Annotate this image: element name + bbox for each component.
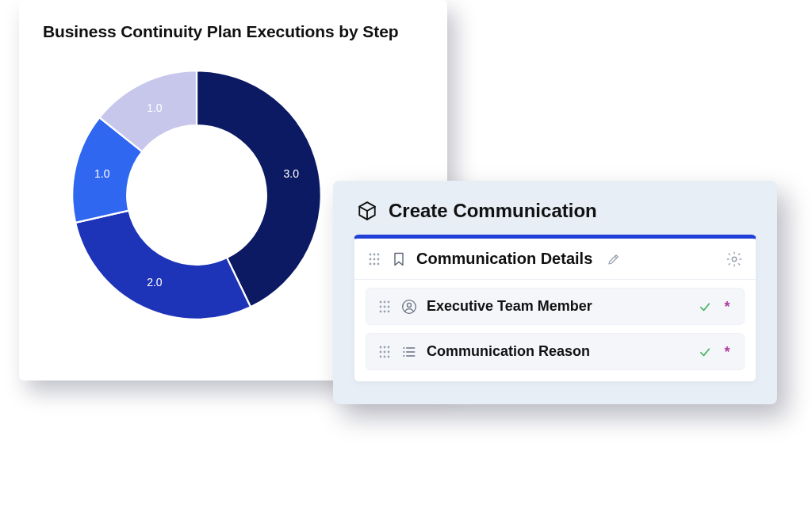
section-body: Executive Team Member * — [354, 280, 756, 381]
check-icon — [698, 345, 712, 359]
drag-handle-icon[interactable] — [367, 252, 381, 266]
gear-icon[interactable] — [726, 250, 743, 268]
svg-point-22 — [384, 346, 386, 348]
svg-point-26 — [388, 350, 390, 353]
chart-title: Business Continuity Plan Executions by S… — [43, 22, 423, 41]
form-card: Create Communication Communication Detai… — [333, 181, 777, 404]
svg-point-25 — [384, 350, 386, 353]
pencil-icon[interactable] — [607, 252, 621, 266]
field-row-communication-reason[interactable]: Communication Reason * — [366, 333, 745, 370]
field-row-executive-team-member[interactable]: Executive Team Member * — [366, 288, 745, 325]
svg-point-6 — [370, 262, 372, 265]
svg-point-32 — [403, 355, 404, 357]
svg-point-9 — [732, 257, 737, 262]
svg-point-3 — [370, 258, 372, 260]
svg-point-10 — [380, 300, 382, 303]
svg-point-21 — [380, 346, 382, 348]
check-icon — [698, 300, 712, 314]
form-title: Create Communication — [389, 200, 597, 222]
section-header: Communication Details — [354, 239, 756, 280]
section-box: Communication Details — [354, 235, 756, 382]
svg-point-4 — [373, 258, 376, 260]
field-label: Executive Team Member — [427, 298, 688, 315]
svg-point-29 — [388, 355, 390, 358]
bookmark-icon[interactable] — [391, 250, 407, 268]
svg-point-30 — [403, 347, 404, 349]
required-asterisk-icon: * — [722, 300, 733, 314]
svg-point-14 — [384, 305, 386, 308]
svg-point-24 — [380, 350, 382, 353]
svg-point-17 — [384, 310, 386, 312]
svg-point-18 — [388, 310, 390, 312]
svg-point-2 — [377, 253, 380, 255]
svg-point-7 — [373, 262, 376, 265]
svg-point-27 — [380, 355, 382, 358]
svg-point-13 — [380, 305, 382, 308]
svg-point-5 — [377, 258, 380, 260]
required-asterisk-icon: * — [722, 345, 733, 359]
svg-point-23 — [388, 346, 390, 348]
person-icon — [401, 299, 417, 315]
cube-icon — [357, 201, 377, 221]
svg-point-16 — [380, 310, 382, 312]
svg-point-31 — [403, 351, 404, 353]
svg-point-28 — [384, 355, 386, 358]
svg-point-11 — [384, 300, 386, 303]
svg-point-12 — [388, 300, 390, 303]
donut-chart: 3.02.01.01.0 — [70, 68, 324, 322]
drag-handle-icon[interactable] — [377, 300, 392, 314]
section-title: Communication Details — [416, 250, 592, 268]
field-label: Communication Reason — [427, 343, 688, 360]
svg-point-0 — [370, 253, 372, 255]
svg-point-8 — [377, 262, 380, 265]
donut-slice[interactable] — [75, 211, 251, 319]
svg-point-15 — [388, 305, 390, 308]
drag-handle-icon[interactable] — [377, 345, 392, 359]
svg-point-20 — [408, 303, 412, 307]
list-icon — [401, 344, 417, 360]
form-header: Create Communication — [354, 200, 756, 222]
svg-point-1 — [373, 253, 376, 255]
